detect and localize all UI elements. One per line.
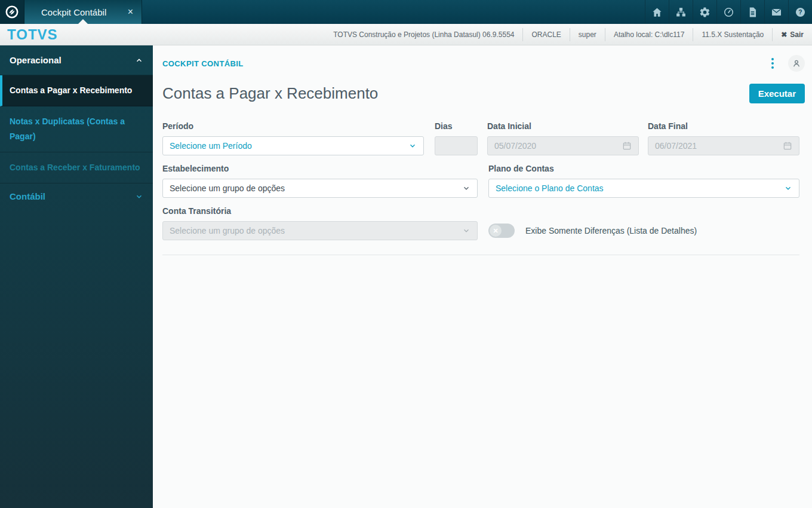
estabelecimento-label: Estabelecimento (162, 164, 478, 173)
help-button[interactable]: ? (788, 0, 812, 24)
calendar-icon (622, 141, 632, 151)
home-icon (651, 7, 663, 18)
data-inicial-input: 05/07/2020 (487, 136, 639, 155)
page-title: Contas a Pagar x Recebimento (162, 84, 749, 103)
kebab-dot (771, 58, 774, 60)
estabelecimento-select[interactable]: Selecione um grupo de opções (162, 179, 478, 198)
sidebar-item-label: Contas a Pagar x Recebimento (10, 85, 132, 95)
home-button[interactable] (645, 0, 669, 24)
clock-button[interactable] (716, 0, 740, 24)
settings-button[interactable] (693, 0, 716, 24)
sitemap-button[interactable] (669, 0, 693, 24)
mail-icon (771, 7, 782, 18)
dias-label: Dias (435, 121, 478, 131)
sidebar-item-notas-x-duplicatas[interactable]: Notas x Duplicatas (Contas a Pagar) (0, 106, 153, 152)
section-divider (162, 255, 799, 255)
chevron-down-icon (462, 184, 470, 192)
filter-form: Período Selecione um Período Dias Data I… (153, 103, 812, 255)
logout-x-icon: ✖ (781, 30, 787, 39)
chevron-up-icon (135, 56, 143, 65)
clock-icon (723, 7, 734, 18)
chevron-down-icon (135, 192, 143, 201)
svg-text:?: ? (798, 8, 802, 15)
chevron-down-icon (462, 227, 470, 235)
logout-button[interactable]: ✖ Sair (772, 28, 812, 41)
sidebar-item-contas-a-pagar-x-recebimento[interactable]: Contas a Pagar x Recebimento (0, 75, 153, 106)
exibe-somente-diferencas-toggle[interactable]: ✕ (488, 224, 515, 238)
kebab-menu-button[interactable] (767, 56, 779, 71)
estabelecimento-value: Selecione um grupo de opções (170, 183, 457, 193)
chevron-down-icon (784, 184, 792, 192)
conta-transitoria-label: Conta Transitória (162, 206, 478, 216)
periodo-label: Período (162, 121, 424, 131)
sitemap-icon (675, 7, 687, 18)
sidebar-section-operacional[interactable]: Operacional (0, 45, 153, 75)
sidebar-section-label: Contábil (10, 191, 45, 201)
kebab-dot (771, 62, 774, 65)
sidebar-section-contabil[interactable]: Contábil (0, 183, 153, 209)
data-final-input: 06/07/2021 (648, 136, 799, 155)
data-final-value: 06/07/2021 (655, 141, 783, 151)
breadcrumb: COCKPIT CONTÁBIL (162, 59, 767, 68)
tab-close-icon[interactable]: × (128, 7, 133, 17)
document-icon (747, 7, 758, 18)
sidebar-section-label: Operacional (10, 55, 61, 65)
logout-label: Sair (790, 30, 804, 39)
conta-transitoria-select: Selecione um grupo de opções (162, 221, 478, 240)
calendar-icon (783, 141, 792, 151)
help-icon: ? (795, 7, 806, 18)
dias-input (435, 136, 478, 155)
totvs-brand-logo: TOTVS (0, 26, 325, 43)
user-avatar-button[interactable] (788, 55, 805, 72)
execute-button[interactable]: Executar (749, 84, 805, 103)
totvs-app-logo[interactable] (0, 0, 24, 24)
sidebar-item-label: Notas x Duplicatas (Contas a Pagar) (10, 117, 125, 141)
gear-icon (699, 7, 710, 18)
toggle-label: Exibe Somente Diferenças (Lista de Detal… (525, 226, 697, 235)
sidebar-item-contas-a-receber-x-faturamento[interactable]: Contas a Receber x Faturamento (0, 152, 153, 183)
plano-de-contas-select[interactable]: Selecione o Plano de Contas (488, 179, 799, 198)
chevron-down-icon (408, 142, 417, 150)
totvs-logo-icon (5, 5, 19, 19)
periodo-select[interactable]: Selecione um Período (162, 136, 424, 155)
plano-de-contas-value: Selecione o Plano de Contas (496, 183, 779, 193)
sidebar-item-label: Contas a Receber x Faturamento (10, 163, 140, 172)
user-label: super (570, 28, 605, 41)
data-inicial-value: 05/07/2020 (494, 141, 622, 151)
plano-de-contas-label: Plano de Contas (488, 164, 799, 173)
data-inicial-label: Data Inicial (487, 121, 639, 131)
sidebar-nav: Contas a Pagar x Recebimento Notas x Dup… (0, 75, 153, 183)
periodo-value: Selecione um Período (170, 141, 404, 151)
shortcut-label: Atalho local: C:\dlc117 (605, 28, 693, 41)
kebab-dot (771, 66, 774, 69)
active-tab-notch (78, 19, 88, 24)
database-label: ORACLE (522, 28, 569, 41)
environment-label: 11.5.X Sustentação (693, 28, 772, 41)
main-content: COCKPIT CONTÁBIL Contas a Pagar x Recebi… (153, 45, 812, 508)
toggle-off-x-icon: ✕ (490, 225, 502, 237)
mail-button[interactable] (764, 0, 788, 24)
topbar-spacer (142, 0, 645, 24)
data-final-label: Data Final (648, 121, 799, 131)
product-version-label: TOTVS Construção e Projetos (Linha Datas… (325, 28, 522, 41)
conta-transitoria-value: Selecione um grupo de opções (170, 226, 457, 235)
person-icon (792, 59, 801, 68)
environment-info-bar: TOTVS TOTVS Construção e Projetos (Linha… (0, 24, 812, 45)
tab-title: Cockpit Contábil (41, 7, 128, 17)
document-button[interactable] (740, 0, 764, 24)
tab-cockpit-contabil[interactable]: Cockpit Contábil × (24, 0, 142, 24)
top-bar: Cockpit Contábil × (0, 0, 812, 24)
sidebar-menu: Operacional Contas a Pagar x Recebimento… (0, 45, 153, 508)
